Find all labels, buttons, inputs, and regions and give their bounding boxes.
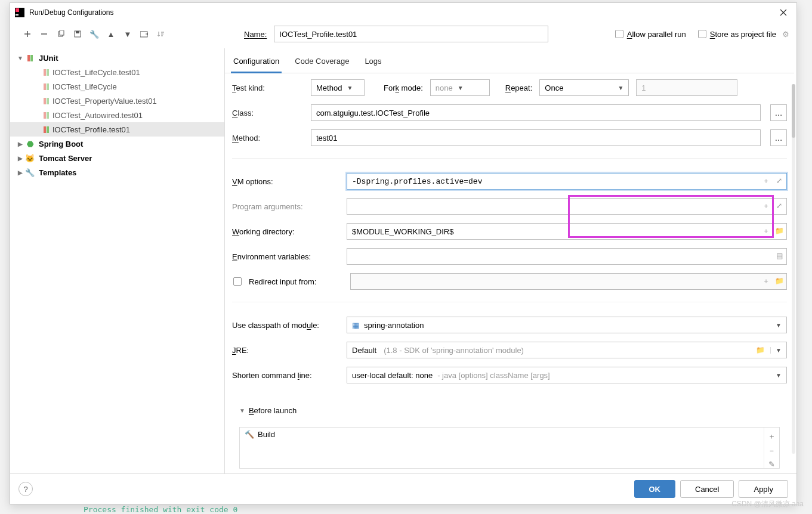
browse-class-button[interactable]: … bbox=[770, 104, 787, 121]
tomcat-icon: 🐱 bbox=[24, 154, 35, 163]
tree-child[interactable]: IOCTest_Autowired.test01 bbox=[10, 108, 224, 122]
env-vars-input[interactable] bbox=[347, 248, 787, 265]
tabs: Configuration Code Coverage Logs bbox=[225, 48, 794, 73]
method-input[interactable] bbox=[311, 129, 761, 146]
redirect-checkbox[interactable] bbox=[233, 277, 242, 286]
chevron-right-icon: ▶ bbox=[16, 141, 24, 147]
plus-icon[interactable]: ＋ bbox=[761, 200, 771, 211]
folder-icon[interactable]: 📁 bbox=[755, 345, 765, 355]
tree-templates[interactable]: ▶ 🔧 Templates bbox=[10, 165, 224, 179]
task-edit-button[interactable]: ✎ bbox=[768, 460, 775, 469]
expand-icon[interactable]: ⤢ bbox=[774, 200, 785, 211]
chevron-down-icon: ▼ bbox=[458, 85, 464, 91]
hammer-icon: 🔨 bbox=[245, 430, 254, 439]
program-args-input[interactable] bbox=[347, 198, 787, 215]
top-checks: Allow parallel run Store as project file… bbox=[615, 30, 789, 39]
classpath-label: Use classpath of module: bbox=[232, 321, 339, 330]
jre-label: JRE: bbox=[232, 346, 339, 355]
test-kind-select[interactable]: Method▼ bbox=[311, 79, 365, 96]
remove-button[interactable] bbox=[38, 27, 51, 41]
task-add-button[interactable]: ＋ bbox=[768, 431, 776, 442]
test-kind-label: Test kind: bbox=[232, 83, 304, 92]
vm-options-input[interactable] bbox=[347, 173, 787, 190]
junit-icon bbox=[44, 83, 49, 90]
run-configurations-dialog: Run/Debug Configurations 🔧 ▲ ▼ Name: bbox=[10, 2, 797, 504]
junit-icon bbox=[44, 126, 49, 133]
redirect-label: Redirect input from: bbox=[249, 277, 343, 286]
tree-child[interactable]: IOCTest_PropertyValue.test01 bbox=[10, 94, 224, 108]
up-button[interactable]: ▲ bbox=[104, 27, 118, 41]
class-label: Class: bbox=[232, 109, 304, 117]
tree-child-selected[interactable]: IOCTest_Profile.test01 bbox=[10, 122, 224, 137]
titlebar: Run/Debug Configurations bbox=[10, 3, 796, 22]
tab-configuration[interactable]: Configuration bbox=[231, 53, 282, 73]
wrench-button[interactable]: 🔧 bbox=[88, 27, 101, 41]
list-icon[interactable]: ▤ bbox=[774, 250, 785, 261]
spring-boot-icon: ⬣ bbox=[24, 140, 35, 148]
tree-junit[interactable]: ▼ JUnit bbox=[10, 51, 224, 65]
chevron-right-icon: ▶ bbox=[16, 169, 24, 176]
classpath-select[interactable]: ▦ spring-annotation ▼ bbox=[347, 317, 787, 333]
config-tree-sidebar: ▼ JUnit IOCTest_LifeCycle.test01 IOCTest… bbox=[10, 48, 225, 473]
jre-select[interactable]: Default (1.8 - SDK of 'spring-annotation… bbox=[347, 342, 787, 358]
tree-tomcat[interactable]: ▶ 🐱 Tomcat Server bbox=[10, 151, 224, 165]
env-vars-label: Environment variables: bbox=[232, 252, 339, 261]
task-remove-button[interactable]: － bbox=[768, 445, 776, 456]
dialog-title: Run/Debug Configurations bbox=[29, 8, 775, 17]
content-scrollbar[interactable] bbox=[792, 84, 795, 454]
program-args-label: Program arguments: bbox=[232, 202, 339, 211]
class-input[interactable] bbox=[311, 104, 761, 121]
close-icon[interactable] bbox=[775, 4, 792, 21]
shorten-label: Shorten command line: bbox=[232, 371, 339, 380]
junit-icon bbox=[44, 112, 49, 119]
watermark: CSDN @清风微凉 aaa bbox=[731, 499, 804, 509]
tree-child[interactable]: IOCTest_LifeCycle.test01 bbox=[10, 65, 224, 79]
tree-child[interactable]: IOCTest_LifeCycle bbox=[10, 79, 224, 94]
working-dir-input[interactable] bbox=[347, 223, 787, 240]
tree-spring-boot[interactable]: ▶ ⬣ Spring Boot bbox=[10, 137, 224, 151]
plus-icon[interactable]: ＋ bbox=[761, 175, 771, 186]
folder-icon[interactable]: 📁 bbox=[774, 225, 785, 236]
tab-logs[interactable]: Logs bbox=[362, 53, 384, 73]
checkbox-icon bbox=[615, 30, 623, 38]
task-row[interactable]: 🔨 Build bbox=[240, 428, 779, 441]
help-button[interactable]: ? bbox=[18, 482, 33, 496]
add-button[interactable] bbox=[21, 27, 34, 41]
chevron-down-icon: ▼ bbox=[618, 85, 623, 91]
browse-method-button[interactable]: … bbox=[770, 129, 787, 146]
gear-icon[interactable]: ⚙ bbox=[782, 30, 789, 39]
wrench-icon: 🔧 bbox=[24, 168, 35, 177]
plus-icon[interactable]: ＋ bbox=[761, 225, 771, 236]
folder-move-button[interactable] bbox=[138, 27, 151, 41]
chevron-down-icon: ▼ bbox=[16, 55, 24, 61]
vm-options-label: VM options: bbox=[232, 177, 339, 186]
chevron-down-icon: ▼ bbox=[347, 85, 353, 91]
name-group: Name: bbox=[244, 26, 548, 42]
store-as-check[interactable]: Store as project file ⚙ bbox=[698, 30, 789, 39]
tab-code-coverage[interactable]: Code Coverage bbox=[292, 53, 351, 73]
svg-rect-6 bbox=[76, 31, 79, 33]
redirect-input bbox=[350, 273, 787, 290]
allow-parallel-label: Allow parallel run bbox=[627, 30, 686, 39]
shorten-select[interactable]: user-local default: none - java [options… bbox=[347, 367, 787, 383]
chevron-down-icon: ▼ bbox=[770, 347, 782, 354]
allow-parallel-check[interactable]: Allow parallel run bbox=[615, 30, 686, 39]
junit-icon bbox=[24, 55, 35, 61]
copy-button[interactable] bbox=[54, 27, 67, 41]
cancel-button[interactable]: Cancel bbox=[680, 480, 734, 498]
checkbox-icon bbox=[698, 30, 706, 38]
sort-button[interactable] bbox=[155, 27, 168, 41]
repeat-select[interactable]: Once▼ bbox=[539, 79, 629, 96]
apply-button[interactable]: Apply bbox=[739, 480, 788, 498]
save-button[interactable] bbox=[71, 27, 84, 41]
before-launch-label: Before launch bbox=[249, 406, 297, 415]
ok-button[interactable]: OK bbox=[634, 480, 676, 498]
fork-mode-select: none▼ bbox=[430, 79, 490, 96]
name-input[interactable] bbox=[274, 26, 548, 42]
top-row: 🔧 ▲ ▼ Name: Allow parallel run Store as … bbox=[10, 22, 796, 48]
chevron-down-icon[interactable]: ▼ bbox=[239, 407, 245, 414]
down-button[interactable]: ▼ bbox=[121, 27, 134, 41]
repeat-count-input bbox=[636, 79, 737, 96]
expand-icon[interactable]: ⤢ bbox=[774, 175, 785, 186]
background-console: Process finished with exit code 0 bbox=[84, 505, 237, 514]
